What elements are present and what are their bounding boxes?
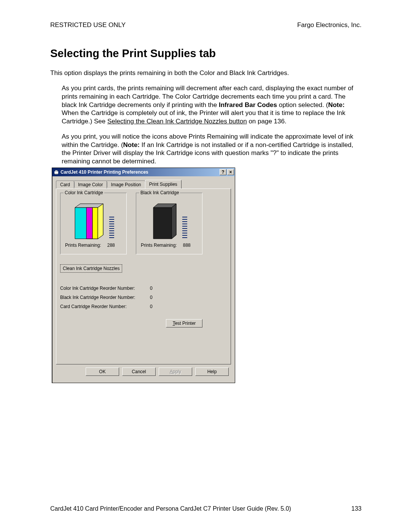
black-legend: Black Ink Cartridge [139, 190, 180, 195]
svg-rect-6 [92, 208, 98, 239]
group-color-cartridge: Color Ink Cartridge [60, 193, 127, 254]
p2-bold: Note: [123, 141, 140, 149]
black-cartridge-icon [151, 201, 178, 240]
color-reorder-value: 0 [150, 286, 153, 291]
color-reorder-label: Color Ink Cartridge Reorder Number: [60, 286, 150, 291]
apply-button[interactable]: ApplyApply [159, 367, 192, 376]
color-prints-value: 288 [107, 243, 115, 248]
tab-bar: Card Image Color Image Position Print Su… [56, 180, 231, 189]
black-prints-value: 888 [183, 243, 191, 248]
help-button[interactable]: Help [195, 367, 229, 376]
paragraph-1: As you print cards, the prints remaining… [62, 84, 362, 126]
tab-image-color[interactable]: Image Color [74, 181, 107, 189]
color-legend: Color Ink Cartridge [64, 190, 104, 195]
page-title: Selecting the Print Supplies tab [50, 47, 362, 60]
header-left: RESTRICTED USE ONLY [50, 21, 126, 29]
context-help-button[interactable]: ? [220, 169, 226, 175]
group-black-cartridge: Black Ink Cartridge Prints R [136, 193, 202, 254]
p1-link: Selecting the Clean Ink Cartridge Nozzle… [107, 118, 247, 125]
black-reorder-label: Black Ink Cartridge Reorder Number: [60, 295, 150, 300]
color-prints-label: Prints Remaining: [65, 243, 101, 248]
svg-rect-5 [86, 208, 92, 239]
svg-marker-10 [172, 204, 176, 239]
page-number: 133 [351, 505, 362, 512]
intro-text: This option displays the prints remainin… [50, 69, 362, 77]
printing-preferences-dialog: CardJet 410 Printer Printing Preferences… [52, 168, 235, 383]
p1-d: on page 136. [247, 118, 287, 125]
svg-marker-7 [98, 204, 103, 239]
svg-rect-1 [55, 170, 57, 172]
p1-bold1: Infrared Bar Codes [219, 101, 277, 109]
cancel-button[interactable]: Cancel [122, 367, 156, 376]
p1-b: option selected. ( [277, 101, 328, 109]
tab-image-position[interactable]: Image Position [107, 181, 145, 189]
test-printer-button[interactable]: TTest Printerest Printer [166, 319, 202, 328]
svg-rect-2 [55, 174, 58, 174]
black-gauge-icon [182, 217, 187, 238]
print-supplies-panel: Color Ink Cartridge [56, 189, 231, 364]
black-prints-label: Prints Remaining: [141, 243, 177, 248]
printer-icon [54, 169, 59, 175]
clean-nozzles-button[interactable]: Clean Ink Cartridge Nozzles [60, 264, 122, 273]
tab-print-supplies[interactable]: Print Supplies [145, 180, 182, 189]
black-reorder-value: 0 [150, 295, 153, 300]
titlebar[interactable]: CardJet 410 Printer Printing Preferences… [52, 168, 235, 176]
p1-bold2: Note: [328, 101, 344, 109]
card-reorder-label: Card Cartridge Reorder Number: [60, 304, 150, 309]
header-right: Fargo Electronics, Inc. [297, 21, 362, 29]
dialog-title: CardJet 410 Printer Printing Preferences [61, 169, 148, 175]
paragraph-2: As you print, you will notice the icons … [62, 133, 362, 166]
color-cartridge-icon [73, 201, 105, 240]
ok-button[interactable]: OK [86, 367, 119, 376]
color-gauge-icon [109, 217, 114, 238]
card-reorder-value: 0 [150, 304, 153, 309]
close-button[interactable]: × [227, 169, 234, 175]
footer-text: CardJet 410 Card Printer/Encoder and Per… [50, 505, 291, 512]
tab-card[interactable]: Card [56, 181, 74, 189]
